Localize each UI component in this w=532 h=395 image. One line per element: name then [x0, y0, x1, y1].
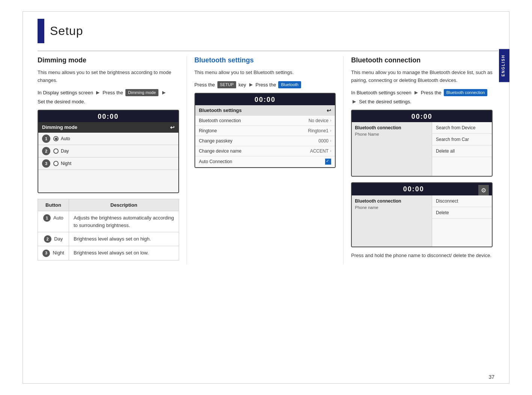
- arrow-bt-conn-2: ▶: [353, 98, 356, 105]
- dim-header-label: Dimming mode: [42, 124, 77, 130]
- dimming-instruction: In Display settings screen ▶ Press the D…: [38, 89, 179, 106]
- bt-screen2-left: Bluetooth connection Phone name: [352, 195, 432, 247]
- autoconn-checkbox[interactable]: [325, 159, 331, 165]
- dimming-screen-mockup: 00:00 Dimming mode ↩ 1 Auto 2: [38, 110, 179, 193]
- bt-settings-header-label: Bluetooth settings: [199, 107, 242, 113]
- bt-conn-instruction: In Bluetooth settings screen ▶ Press the…: [351, 89, 493, 106]
- page-border-left: [23, 11, 23, 384]
- bt-screen2-header: Bluetooth connection: [355, 198, 429, 204]
- instruction-prefix: In Display settings screen: [38, 89, 93, 97]
- table-cell-desc-3: Brightness level always set on low.: [69, 246, 179, 260]
- dim-radio-day[interactable]: [53, 148, 59, 154]
- num-badge-1: 1: [43, 214, 51, 222]
- dim-num-3: 3: [42, 159, 50, 168]
- dimming-description: This menu allows you to set the brightne…: [38, 69, 179, 85]
- bt-screen1-delete-all[interactable]: Delete all: [432, 145, 492, 157]
- bt-screen1-search-car[interactable]: Search from Car: [432, 134, 492, 145]
- bt-conn-screen2-time: 00:00: [352, 183, 475, 195]
- table-cell-button-2: 2 Day: [38, 232, 69, 246]
- bt-settings-instruction: Press the SETUP key ▶ Press the Bluetoot…: [194, 81, 336, 89]
- num-badge-2: 2: [44, 235, 51, 243]
- dim-row-day[interactable]: 2 Day: [38, 145, 178, 157]
- bt-row-value-passkey: 0000 ›: [318, 138, 331, 144]
- bt-screen1-empty: [355, 136, 429, 166]
- bt-row-connection[interactable]: Bluetooth connection No device ›: [195, 116, 335, 126]
- bt-screen2-delete[interactable]: Delete: [432, 207, 492, 219]
- bt-conn-key-badge: Bluetooth connection: [444, 89, 488, 97]
- dim-label-night: Night: [61, 161, 71, 166]
- bt-settings-menu: Bluetooth settings ↩ Bluetooth connectio…: [195, 105, 335, 167]
- arrow-2: ▶: [162, 89, 166, 96]
- col-divider-1: [187, 56, 187, 264]
- col-divider-2: [343, 56, 344, 264]
- table-row: 1 Auto Adjusts the brightness automatica…: [38, 211, 179, 232]
- bt-conn-screen1-time: 00:00: [352, 110, 492, 122]
- bt-row-label-ringtone: Ringtone: [199, 128, 217, 133]
- bt-row-label-connection: Bluetooth connection: [199, 118, 241, 123]
- table-row: 3 Night Brightness level always set on l…: [38, 246, 179, 260]
- arrow-bt-conn: ▶: [414, 89, 418, 96]
- chevron-connection: ›: [330, 118, 331, 123]
- bt-conn-press: Press the: [421, 89, 442, 97]
- bt-row-passkey[interactable]: Change passkey 0000 ›: [195, 136, 335, 146]
- bt-conn-suffix: Set the desired settings.: [359, 98, 411, 106]
- dimming-heading: Dimming mode: [38, 56, 179, 64]
- table-cell-button-1: 1 Auto: [38, 211, 69, 232]
- bt-row-label-passkey: Change passkey: [199, 138, 232, 144]
- chevron-ringtone: ›: [330, 129, 331, 133]
- num-badge-3: 3: [42, 250, 50, 257]
- instruction-press-text: Press the: [102, 89, 123, 97]
- chevron-devname: ›: [330, 149, 331, 153]
- dim-radio-night[interactable]: [53, 161, 59, 166]
- bt-screen2-phonename: Phone name: [355, 205, 429, 210]
- bt-screen2-icon: ⚙: [478, 185, 489, 195]
- bt-row-ringtone[interactable]: Ringtone Ringtone1 ›: [195, 126, 335, 136]
- bt-screen1-left: Bluetooth connection Phone Name: [352, 122, 432, 176]
- bt-row-autoconn[interactable]: Auto Connection: [195, 156, 335, 167]
- bt-conn-description: This menu allow you to manage the Blueto…: [351, 69, 493, 85]
- bt-row-value-ringtone: Ringtone1 ›: [308, 128, 331, 133]
- bt-settings-desc: This menu allow you to set Bluetooth set…: [194, 69, 336, 77]
- dim-radio-auto[interactable]: [53, 136, 59, 141]
- page-title: Setup: [50, 24, 83, 38]
- dim-label-day: Day: [61, 148, 69, 154]
- header-divider: [38, 51, 498, 51]
- page-border-bottom: [23, 383, 509, 384]
- bt-screen2-panel: Bluetooth connection Phone name Disconne…: [352, 195, 492, 247]
- bt-inst-key: key: [238, 81, 246, 89]
- bluetooth-key-badge: Bluetooth: [278, 81, 301, 89]
- dim-menu: Dimming mode ↩ 1 Auto 2 Day: [38, 122, 178, 192]
- page-header: Setup: [38, 19, 83, 43]
- bt-screen1-search-device[interactable]: Search from Device: [432, 122, 492, 134]
- dim-num-1: 1: [42, 135, 50, 143]
- bt-screen2-right-empty: [432, 219, 492, 245]
- table-cell-button-3: 3 Night: [38, 246, 69, 260]
- bluetooth-icon: ⚙: [481, 187, 486, 194]
- dim-screen-header: Dimming mode ↩: [38, 122, 178, 133]
- bt-settings-header: Bluetooth settings ↩: [195, 105, 335, 116]
- bt-settings-screen-time: 00:00: [195, 94, 335, 105]
- dim-row-auto[interactable]: 1 Auto: [38, 133, 178, 145]
- arrow-bt-1: ▶: [249, 81, 253, 88]
- bt-screen2-empty: [355, 210, 429, 244]
- bt-conn-footer: Press and hold the phone name to disconn…: [351, 252, 493, 260]
- bt-conn-screen1: 00:00 Bluetooth connection Phone Name Se…: [351, 110, 493, 177]
- page-number: 37: [488, 374, 494, 380]
- back-icon: ↩: [170, 124, 175, 130]
- bt-conn-heading: Bluetooth connection: [351, 56, 493, 64]
- bt-screen2-disconnect[interactable]: Disconnect: [432, 195, 492, 207]
- bt-row-devname[interactable]: Change device name ACCENT ›: [195, 146, 335, 156]
- setup-key-badge: SETUP: [217, 81, 237, 89]
- instruction-suffix: Set the desired mode.: [38, 98, 85, 106]
- arrow-1: ▶: [96, 89, 99, 96]
- bt-row-value-devname: ACCENT ›: [310, 148, 332, 154]
- bt-inst-press2: Press the: [256, 81, 276, 89]
- bt-screen1-phonename: Phone Name: [355, 132, 429, 136]
- table-header-button: Button: [38, 199, 69, 211]
- bt-screen2-right: Disconnect Delete: [432, 195, 492, 247]
- dim-empty-space2: [38, 181, 178, 192]
- table-header-description: Description: [69, 199, 179, 211]
- bt-screen2-top: 00:00 ⚙: [352, 183, 492, 195]
- table-row: 2 Day Brightness level always set on hig…: [38, 232, 179, 246]
- dim-row-night[interactable]: 3 Night: [38, 157, 178, 170]
